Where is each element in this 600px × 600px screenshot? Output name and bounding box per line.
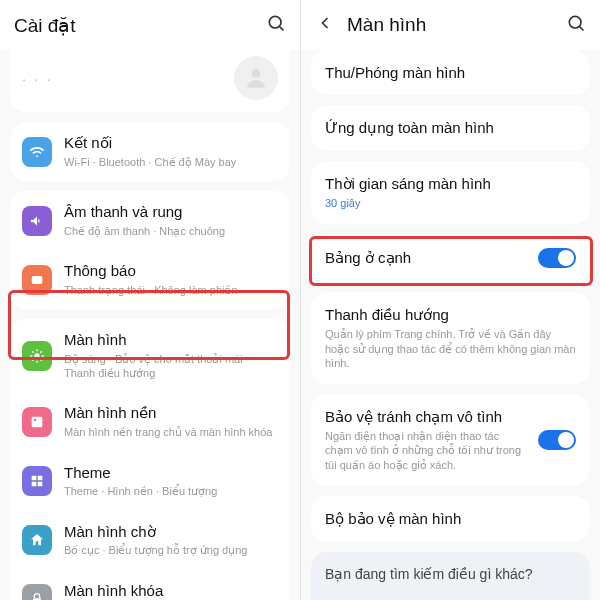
- svg-line-17: [580, 27, 584, 31]
- settings-header: Cài đặt: [0, 0, 300, 50]
- partial-text: · · ·: [22, 70, 53, 87]
- settings-group-3: Màn hình Độ sáng · Bảo vệ cho mắt thoải …: [10, 319, 290, 600]
- svg-point-0: [269, 16, 281, 28]
- row-zoom[interactable]: Thu/Phóng màn hình: [311, 50, 590, 95]
- display-title: Màn hình: [347, 14, 566, 36]
- footer-link-sidekey[interactable]: Phím Cạnh: [325, 592, 576, 600]
- row-sound[interactable]: Âm thanh và rung Chế độ âm thanh · Nhạc …: [10, 191, 290, 250]
- row-navbar[interactable]: Thanh điều hướng Quản lý phím Trang chín…: [311, 292, 590, 384]
- row-screensaver[interactable]: Bộ bảo vệ màn hình: [311, 496, 590, 542]
- svg-line-9: [32, 351, 33, 352]
- row-accidental-touch[interactable]: Bảo vệ tránh chạm vô tình Ngăn điện thoạ…: [311, 394, 590, 486]
- sound-icon: [22, 206, 52, 236]
- svg-point-16: [569, 16, 581, 28]
- looking-for-card: Bạn đang tìm kiếm điều gì khác? Phím Cạn…: [311, 552, 590, 600]
- search-icon[interactable]: [266, 13, 286, 37]
- row-screen-timeout[interactable]: Thời gian sáng màn hình 30 giây: [311, 161, 590, 224]
- account-row-partial[interactable]: · · ·: [10, 50, 290, 112]
- wifi-icon: [22, 137, 52, 167]
- row-notifications[interactable]: Thông báo Thanh trạng thái · Không làm p…: [10, 250, 290, 309]
- row-fullscreen-apps[interactable]: Ứng dụng toàn màn hình: [311, 105, 590, 151]
- svg-line-10: [40, 359, 41, 360]
- settings-group-1: Kết nối Wi-Fi · Bluetooth · Chế độ Máy b…: [10, 122, 290, 181]
- avatar-icon: [234, 56, 278, 100]
- settings-pane: Cài đặt · · · Kết nối Wi-Fi: [0, 0, 300, 600]
- accidental-touch-toggle[interactable]: [538, 430, 576, 450]
- svg-point-14: [34, 419, 37, 422]
- row-lockscreen[interactable]: Màn hình khóa Kiểu khóa màn hình: [10, 570, 290, 600]
- settings-title: Cài đặt: [14, 14, 266, 37]
- svg-rect-3: [32, 276, 43, 284]
- svg-point-2: [252, 69, 261, 78]
- wallpaper-icon: [22, 407, 52, 437]
- display-pane: Màn hình Thu/Phóng màn hình Ứng dụng toà…: [300, 0, 600, 600]
- row-edge-panel[interactable]: Bảng ở cạnh: [311, 234, 590, 282]
- svg-rect-13: [32, 417, 43, 428]
- bell-icon: [22, 265, 52, 295]
- row-theme[interactable]: Theme Theme · Hình nền · Biểu tượng: [10, 452, 290, 511]
- home-icon: [22, 525, 52, 555]
- row-connections[interactable]: Kết nối Wi-Fi · Bluetooth · Chế độ Máy b…: [10, 122, 290, 181]
- display-header: Màn hình: [301, 0, 600, 50]
- search-icon[interactable]: [566, 13, 586, 37]
- back-icon[interactable]: [315, 13, 335, 37]
- footer-title: Bạn đang tìm kiếm điều gì khác?: [325, 566, 576, 582]
- edge-panel-toggle[interactable]: [538, 248, 576, 268]
- settings-group-2: Âm thanh và rung Chế độ âm thanh · Nhạc …: [10, 191, 290, 309]
- brightness-icon: [22, 341, 52, 371]
- row-homescreen[interactable]: Màn hình chờ Bố cục · Biểu tượng hỗ trợ …: [10, 511, 290, 570]
- row-wallpaper[interactable]: Màn hình nền Màn hình nền trang chủ và m…: [10, 392, 290, 451]
- row-display[interactable]: Màn hình Độ sáng · Bảo vệ cho mắt thoải …: [10, 319, 290, 392]
- svg-line-1: [280, 27, 284, 31]
- svg-line-11: [32, 359, 33, 360]
- svg-line-12: [40, 351, 41, 352]
- lock-icon: [22, 584, 52, 600]
- row-sub: Wi-Fi · Bluetooth · Chế độ Máy bay: [64, 155, 278, 169]
- theme-icon: [22, 466, 52, 496]
- row-title: Kết nối: [64, 134, 278, 153]
- svg-point-4: [34, 353, 39, 358]
